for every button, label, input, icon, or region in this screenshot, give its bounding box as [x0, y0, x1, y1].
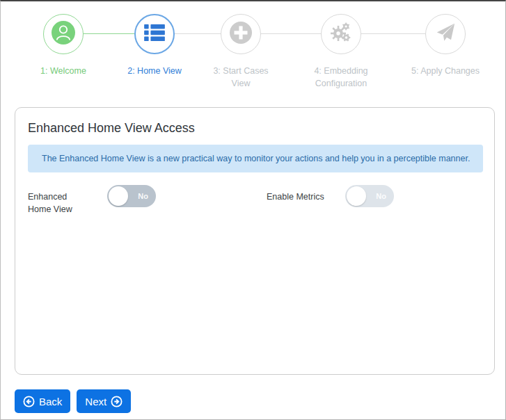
wizard-stepper: 1: Welcome 2: Home View	[1, 1, 505, 99]
step-start-cases-circle[interactable]	[221, 14, 261, 54]
enhanced-home-view-label: Enhanced Home View	[28, 191, 84, 216]
next-button[interactable]: Next	[77, 389, 131, 413]
enable-metrics-toggle[interactable]: No	[345, 185, 394, 207]
enable-metrics-label: Enable Metrics	[267, 191, 343, 203]
back-button-label: Back	[39, 396, 62, 407]
step-apply-label: 5: Apply Changes	[400, 65, 491, 77]
home-view-panel: Enhanced Home View Access The Enhanced H…	[15, 107, 495, 375]
arrow-circle-left-icon	[23, 396, 35, 407]
toggle-knob	[347, 186, 366, 206]
paper-plane-icon	[434, 22, 457, 47]
step-home-view-circle[interactable]	[134, 14, 175, 54]
wizard-window: 1: Welcome 2: Home View	[0, 0, 506, 420]
gears-icon	[329, 20, 354, 48]
back-button[interactable]: Back	[15, 389, 70, 413]
info-alert-text: The Enhanced Home View is a new practica…	[42, 154, 470, 163]
step-embedding-configuration[interactable]: 4: Embedding Configuration	[298, 14, 384, 90]
step-welcome-circle[interactable]	[43, 14, 84, 54]
toggle-knob	[109, 186, 128, 206]
step-embedding-circle[interactable]	[321, 14, 361, 54]
list-icon	[143, 24, 166, 45]
step-home-view[interactable]: 2: Home View	[113, 14, 196, 77]
step-welcome[interactable]: 1: Welcome	[25, 14, 102, 77]
toggle-state-text: No	[138, 192, 148, 200]
enhanced-home-view-toggle[interactable]: No	[107, 185, 156, 207]
plus-circle-icon	[229, 21, 253, 47]
info-alert: The Enhanced Home View is a new practica…	[28, 145, 483, 172]
wizard-actions: Back Next	[15, 389, 131, 413]
step-start-cases-label: 3: Start Cases View	[207, 65, 274, 90]
user-circle-icon	[51, 20, 76, 48]
arrow-circle-right-icon	[111, 396, 122, 407]
step-home-view-label: 2: Home View	[113, 65, 196, 77]
step-apply-changes[interactable]: 5: Apply Changes	[400, 14, 491, 77]
step-embedding-label: 4: Embedding Configuration	[298, 65, 384, 90]
step-apply-circle[interactable]	[425, 14, 466, 54]
page-title: Enhanced Home View Access	[28, 121, 195, 136]
step-start-cases-view[interactable]: 3: Start Cases View	[207, 14, 274, 90]
step-welcome-label: 1: Welcome	[25, 65, 102, 77]
toggle-state-text: No	[376, 192, 386, 200]
next-button-label: Next	[85, 396, 106, 407]
